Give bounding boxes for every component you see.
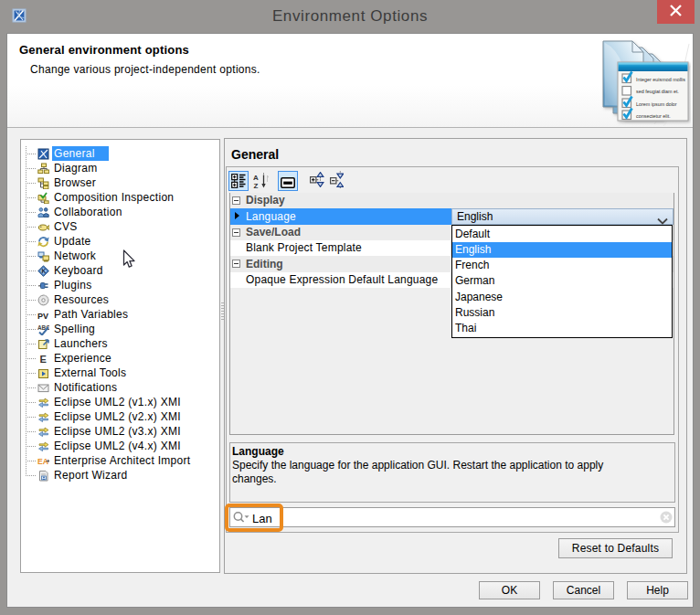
- svg-text:K: K: [42, 268, 47, 274]
- svg-text:E: E: [40, 354, 47, 365]
- svg-text:sed feugiat diam et.: sed feugiat diam et.: [636, 89, 679, 94]
- svg-text:PV: PV: [37, 312, 48, 321]
- svg-text:consectetur elit.: consectetur elit.: [636, 113, 671, 119]
- svg-text:Integer euismod mollis: Integer euismod mollis: [636, 77, 685, 82]
- svg-text:Lorem ipsum dolor: Lorem ipsum dolor: [636, 101, 677, 107]
- svg-text:Z: Z: [254, 182, 259, 190]
